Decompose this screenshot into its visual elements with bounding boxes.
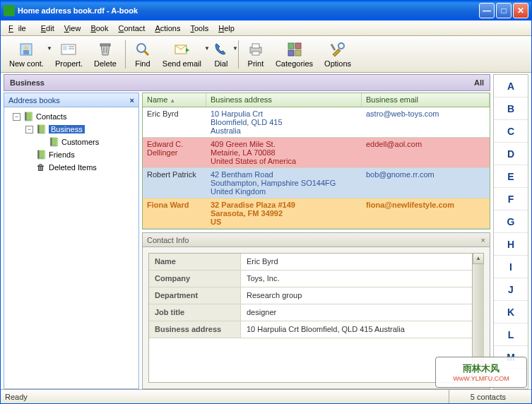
- column-email[interactable]: Business email: [362, 93, 490, 107]
- context-category: Business: [10, 78, 474, 87]
- sidebar-title: Address books: [8, 96, 130, 105]
- status-text: Ready: [5, 393, 449, 401]
- title-bar: Home address book.rdf - A-book — □ ✕: [1, 1, 531, 20]
- detail-value: Research group: [241, 287, 472, 304]
- cell-name: Fiona Ward: [143, 198, 206, 228]
- close-button[interactable]: ✕: [513, 3, 528, 18]
- maximize-button[interactable]: □: [496, 3, 512, 18]
- table-row[interactable]: Fiona Ward 32 Paradise Plaza #149Sarasot…: [143, 198, 490, 229]
- tree-item-business[interactable]: − 📗 Business: [6, 123, 137, 136]
- cell-name: Robert Patrick: [143, 168, 206, 198]
- svg-rect-17: [295, 43, 301, 49]
- separator: [238, 40, 239, 69]
- contacts-grid: Name▲ Business address Business email Er…: [142, 93, 490, 230]
- cell-name: Eric Byrd: [143, 107, 206, 137]
- separator: [125, 40, 126, 69]
- contact-info-panel: Contact Info × Name Eric Byrd Company To…: [142, 232, 490, 389]
- menu-view[interactable]: View: [59, 23, 86, 34]
- card-icon: [60, 41, 77, 58]
- sidebar: Address books × − 📗 Contacts − 📗 Busines…: [4, 93, 139, 389]
- detail-row: Business address 10 Harpulia Crt Bloomfi…: [149, 321, 472, 338]
- grid-header: Name▲ Business address Business email: [143, 93, 490, 107]
- detail-label: Company: [149, 271, 241, 287]
- table-row[interactable]: Robert Patrick 42 Bentham RoadSouthampto…: [143, 168, 490, 198]
- tree-item-deleted[interactable]: 🗑 Deleted Items: [6, 161, 137, 174]
- status-count: 5 contacts: [449, 390, 527, 403]
- book-icon: 📗: [35, 149, 47, 160]
- detail-label: Job title: [149, 304, 241, 321]
- categories-icon: [286, 41, 303, 58]
- detail-row: Company Toys, Inc.: [149, 271, 472, 287]
- categories-button[interactable]: Categories: [270, 40, 319, 69]
- cell-address: 42 Bentham RoadSouthampton, Hampshire SO…: [206, 168, 362, 198]
- person-icon: [18, 41, 35, 58]
- menu-book[interactable]: Book: [85, 23, 113, 34]
- scroll-up-button[interactable]: ▲: [473, 253, 484, 264]
- sidebar-header: Address books ×: [4, 93, 138, 107]
- app-icon: [4, 5, 15, 16]
- detail-value: Eric Byrd: [241, 254, 472, 270]
- minimize-button[interactable]: —: [479, 3, 495, 18]
- svg-rect-2: [23, 50, 29, 54]
- panel-close-button[interactable]: ×: [481, 236, 485, 244]
- context-filter[interactable]: All: [474, 78, 484, 87]
- detail-label: Business address: [149, 321, 241, 338]
- menu-contact[interactable]: Contact: [113, 23, 150, 34]
- detail-value: 10 Harpulia Crt Bloomfield, QLD 415 Aust…: [241, 321, 472, 338]
- print-button[interactable]: Print: [242, 40, 270, 69]
- collapse-icon[interactable]: −: [13, 113, 20, 121]
- cell-email: fiona@newlifestyle.com: [362, 198, 490, 228]
- dropdown-icon[interactable]: ▼: [232, 45, 238, 52]
- find-button[interactable]: Find: [129, 40, 157, 69]
- svg-rect-18: [288, 50, 294, 56]
- menu-tools[interactable]: Tools: [185, 23, 213, 34]
- scrollbar[interactable]: ▲: [473, 253, 484, 383]
- menu-help[interactable]: Help: [213, 23, 240, 34]
- properties-button[interactable]: Propert.: [49, 40, 88, 69]
- table-row[interactable]: Eric Byrd 10 Harpulia CrtBloomfield, QLD…: [143, 107, 490, 138]
- cell-address: 32 Paradise Plaza #149Sarasota, FM 34992…: [206, 198, 362, 228]
- sort-asc-icon: ▲: [170, 97, 175, 104]
- toolbar: ▼ New cont. Propert. Delete Find ▼ Send …: [1, 36, 531, 73]
- menu-file[interactable]: File: [4, 23, 36, 34]
- window-title: Home address book.rdf - A-book: [18, 6, 479, 15]
- table-row[interactable]: Edward C. Dellinger 409 Green Mile St.Me…: [143, 138, 490, 168]
- detail-row: Name Eric Byrd: [149, 254, 472, 271]
- column-address[interactable]: Business address: [206, 93, 362, 107]
- printer-icon: [247, 41, 264, 58]
- book-icon: 📗: [48, 136, 59, 148]
- send-email-button[interactable]: ▼ Send email: [157, 40, 207, 69]
- tools-icon: [329, 41, 346, 58]
- column-name[interactable]: Name▲: [143, 93, 206, 107]
- svg-rect-16: [288, 43, 294, 49]
- status-bar: Ready 5 contacts: [1, 389, 531, 403]
- address-book-tree: − 📗 Contacts − 📗 Business 📗 Customers 📗 …: [4, 107, 138, 388]
- trash-icon: 🗑: [35, 162, 47, 173]
- tree-item-friends[interactable]: 📗 Friends: [6, 148, 137, 161]
- trash-icon: [97, 41, 114, 58]
- menu-actions[interactable]: Actions: [150, 23, 185, 34]
- collapse-icon[interactable]: −: [25, 126, 33, 133]
- options-button[interactable]: Options: [319, 40, 357, 69]
- svg-point-20: [338, 43, 344, 49]
- svg-rect-21: [331, 43, 336, 50]
- sidebar-close-button[interactable]: ×: [130, 96, 134, 105]
- cell-email: astro@web-toys.com: [362, 107, 490, 137]
- svg-rect-15: [252, 52, 259, 55]
- delete-button[interactable]: Delete: [88, 40, 122, 69]
- tree-item-contacts[interactable]: − 📗 Contacts: [6, 110, 137, 123]
- tree-item-customers[interactable]: 📗 Customers: [6, 136, 137, 148]
- dial-button[interactable]: ▼ Dial: [207, 40, 235, 69]
- envelope-icon: [173, 41, 190, 58]
- panel-title: Contact Info: [147, 236, 481, 244]
- svg-rect-4: [63, 46, 67, 50]
- detail-row: Department Research group: [149, 287, 472, 304]
- detail-row: Job title designer: [149, 304, 472, 321]
- detail-value: designer: [241, 304, 472, 321]
- new-contact-button[interactable]: ▼ New cont.: [4, 40, 49, 69]
- menu-edit[interactable]: Edit: [36, 23, 59, 34]
- cell-email: bob@gnome.rr.com: [362, 168, 490, 198]
- cell-address: 10 Harpulia CrtBloomfield, QLD 415Austra…: [206, 107, 362, 137]
- phone-icon: [213, 41, 230, 58]
- svg-point-1: [24, 46, 28, 50]
